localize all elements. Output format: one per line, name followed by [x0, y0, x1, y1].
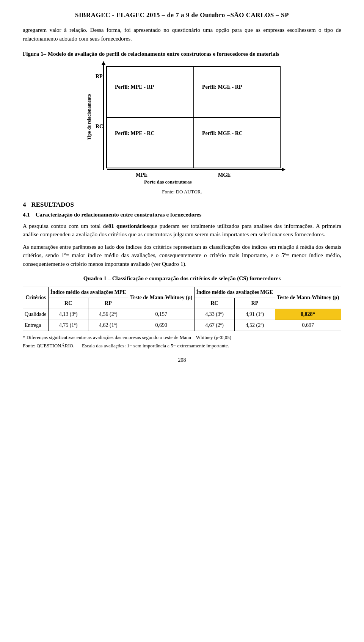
para1-bold: 81 questionários: [108, 223, 149, 229]
cell-mpe-test: 0,157: [128, 309, 194, 320]
th-mpe-rp: RP: [88, 298, 128, 309]
xaxis-title: Porte das construtoras: [144, 179, 192, 185]
y-rc-label: RC: [96, 124, 103, 130]
th-mpe-rc: RC: [49, 298, 88, 309]
xaxis-arrow: [107, 169, 282, 170]
cell-mge-test: 0,697: [275, 320, 341, 331]
table-row: Entrega4,75 (1º)4,62 (1º)0,6904,67 (2º)4…: [23, 320, 341, 331]
cell-bottom-right: Perfil: MGE - RC: [202, 130, 243, 137]
cell-mpe-rp: 4,62 (1º): [88, 320, 128, 331]
page-number: 208: [23, 357, 341, 363]
cell-mge-test: 0,028*: [275, 309, 341, 320]
page-header: SIBRAGEC - ELAGEC 2015 – de 7 a 9 de Out…: [23, 11, 341, 19]
table-header-row: Critérios Índice médio das avaliações MP…: [23, 287, 341, 298]
th-mge-rp: RP: [235, 298, 275, 309]
x-mge-label: MGE: [218, 172, 231, 178]
y-rp-label: RP: [96, 74, 103, 80]
intro-paragraph: agregarem valor à relação. Dessa forma, …: [23, 26, 341, 43]
section4-number: 4: [23, 201, 26, 209]
cell-mge-rc: 4,33 (3º): [194, 309, 234, 320]
section4-title: RESULTADOS: [31, 201, 74, 209]
th-test2: Teste de Mann-Whitney (p): [275, 287, 341, 309]
section4-1-heading: 4.1 Caracterização do relacionamento ent…: [23, 212, 341, 218]
cell-mpe-test: 0,690: [128, 320, 194, 331]
footnote-2-right: Escala das avaliações: 1= sem importânci…: [82, 343, 229, 348]
cell-mpe-rc: 4,75 (1º): [49, 320, 88, 331]
cell-mpe-rp: 4,56 (2º): [88, 309, 128, 320]
cell-mge-rp: 4,91 (1º): [235, 309, 275, 320]
table-row: Qualidade4,13 (3º)4,56 (2º)0,1574,33 (3º…: [23, 309, 341, 320]
th-mge-rc: RC: [194, 298, 234, 309]
figure-fonte: Fonte: DO AUTOR.: [23, 189, 341, 195]
figure-container: Tipo de relacionamento RP RC Perfil: MPE…: [23, 62, 341, 186]
th-mge-main: Índice médio das avaliações MGE: [194, 287, 275, 298]
footnote-2-left: Fonte: QUESTIONÁRIO.: [23, 343, 75, 348]
quadro-title: Quadro 1 – Classificação e comparação do…: [23, 274, 341, 283]
body-para-1: A pesquisa contou com um total de81 ques…: [23, 222, 341, 239]
footnote-1: * Diferenças significativas entre as ava…: [23, 334, 341, 341]
section4-heading: 4 RESULTADOS: [23, 201, 341, 209]
cell-criteria: Entrega: [23, 320, 49, 331]
cell-bottom-left: Perfil: MPE - RC: [115, 130, 155, 137]
th-criteria: Critérios: [23, 287, 49, 309]
footnote-2-spacer: [76, 343, 81, 348]
yaxis-title: Tipo de relacionamento: [86, 94, 92, 140]
figure-title: Figura 1– Modelo de avaliação do perfil …: [23, 50, 341, 58]
section4-1-number: 4.1: [23, 212, 30, 218]
th-mpe-main: Índice médio das avaliações MPE: [49, 287, 128, 298]
data-table: Critérios Índice médio das avaliações MP…: [23, 287, 341, 331]
header-location: SÃO CARLOS – SP: [231, 11, 289, 19]
matrix-hdiv: [106, 117, 281, 118]
para1-rest: que puderam ser totalmente utilizados pa…: [149, 223, 314, 229]
cell-criteria: Qualidade: [23, 309, 49, 320]
para1-prefix: A pesquisa contou com um total de: [23, 223, 108, 229]
cell-mge-rc: 4,67 (2º): [194, 320, 234, 331]
cell-mpe-rc: 4,13 (3º): [49, 309, 88, 320]
header-title: SIBRAGEC - ELAGEC 2015: [75, 11, 160, 19]
yaxis-arrow: [103, 64, 104, 170]
footnote-2: Fonte: QUESTIONÁRIO. Escala das avaliaçõ…: [23, 342, 341, 349]
cell-mge-rp: 4,52 (2º): [235, 320, 275, 331]
section4-1-spacer: [31, 212, 35, 218]
yaxis-label-container: Tipo de relacionamento: [76, 66, 102, 168]
header-subtitle: – de 7 a 9 de Outubro –: [160, 11, 231, 19]
matrix-area: Perfil: MPE - RP Perfil: MGE - RP Perfil…: [106, 66, 281, 168]
section4-1-title: Caracterização do relacionamento entre c…: [36, 212, 201, 218]
figure-diagram: Tipo de relacionamento RP RC Perfil: MPE…: [76, 62, 288, 184]
th-test1: Teste de Mann-Whitney (p): [128, 287, 194, 309]
body-para-2: As numerações entre parênteses ao lado d…: [23, 243, 341, 268]
cell-top-right: Perfil: MGE - RP: [202, 84, 242, 90]
cell-top-left: Perfil: MPE - RP: [115, 84, 154, 90]
x-mpe-label: MPE: [136, 172, 147, 178]
